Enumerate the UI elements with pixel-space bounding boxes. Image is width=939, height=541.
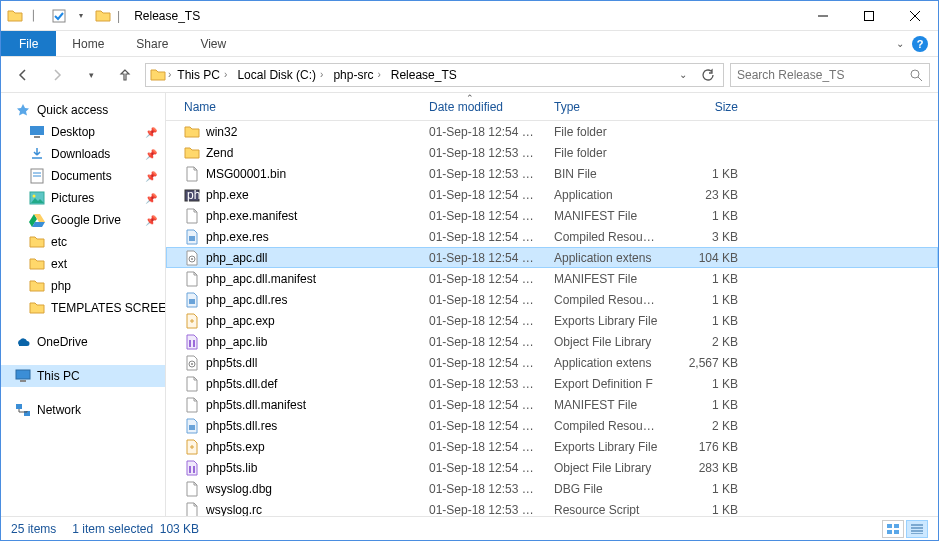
breadcrumb-item[interactable]: php-src› — [329, 64, 384, 86]
minimize-button[interactable] — [800, 1, 846, 31]
sidebar-item-label: php — [51, 279, 71, 293]
file-row[interactable]: php_apc.dll01-Sep-18 12:54 PMApplication… — [166, 247, 938, 268]
column-size[interactable]: Size — [666, 100, 746, 114]
column-type[interactable]: Type — [546, 100, 666, 114]
svg-point-5 — [911, 70, 919, 78]
sidebar-item-etc[interactable]: etc — [1, 231, 165, 253]
ribbon-expand-icon[interactable]: ⌄ — [896, 38, 904, 49]
file-row[interactable]: php5ts.dll.manifest01-Sep-18 12:54 PMMAN… — [166, 394, 938, 415]
tab-view[interactable]: View — [184, 31, 242, 56]
svg-rect-8 — [34, 136, 40, 138]
sidebar-item-templates-screen[interactable]: TEMPLATES SCREEN — [1, 297, 165, 319]
sidebar-item-label: TEMPLATES SCREEN — [51, 301, 165, 315]
file-row[interactable]: Zend01-Sep-18 12:53 PMFile folder — [166, 142, 938, 163]
network-icon — [15, 402, 31, 418]
svg-rect-0 — [53, 10, 65, 22]
file-size: 1 KB — [666, 209, 746, 223]
search-box[interactable] — [730, 63, 930, 87]
sidebar-item-pictures[interactable]: Pictures📌 — [1, 187, 165, 209]
sidebar-onedrive[interactable]: OneDrive — [1, 331, 165, 353]
help-icon[interactable]: ? — [912, 36, 928, 52]
sidebar-item-label: ext — [51, 257, 67, 271]
file-row[interactable]: php_apc.exp01-Sep-18 12:54 PMExports Lib… — [166, 310, 938, 331]
refresh-icon[interactable] — [697, 68, 719, 82]
sidebar-item-documents[interactable]: Documents📌 — [1, 165, 165, 187]
file-row[interactable]: php_apc.dll.res01-Sep-18 12:54 PMCompile… — [166, 289, 938, 310]
file-list[interactable]: ⌃ Name Date modified Type Size win3201-S… — [166, 93, 938, 516]
sidebar-item-label: Pictures — [51, 191, 94, 205]
tab-file[interactable]: File — [1, 31, 56, 56]
exe-icon: php — [184, 187, 200, 203]
file-row[interactable]: wsyslog.dbg01-Sep-18 12:53 PMDBG File1 K… — [166, 478, 938, 499]
search-icon[interactable] — [909, 68, 923, 82]
status-bar: 25 items 1 item selected 103 KB — [1, 516, 938, 540]
sidebar-item-label: Documents — [51, 169, 112, 183]
file-date: 01-Sep-18 12:54 PM — [421, 314, 546, 328]
file-icon — [184, 481, 200, 497]
forward-button[interactable] — [43, 61, 71, 89]
file-row[interactable]: php5ts.dll.res01-Sep-18 12:54 PMCompiled… — [166, 415, 938, 436]
sidebar-item-ext[interactable]: ext — [1, 253, 165, 275]
file-date: 01-Sep-18 12:54 PM — [421, 440, 546, 454]
address-bar[interactable]: › This PC› Local Disk (C:)› php-src› Rel… — [145, 63, 724, 87]
file-type: Compiled Resourc... — [546, 419, 666, 433]
sidebar-item-downloads[interactable]: Downloads📌 — [1, 143, 165, 165]
monitor-icon — [15, 368, 31, 384]
file-row[interactable]: php.exe.manifest01-Sep-18 12:54 PMMANIFE… — [166, 205, 938, 226]
file-date: 01-Sep-18 12:54 PM — [421, 125, 546, 139]
file-row[interactable]: php5ts.exp01-Sep-18 12:54 PMExports Libr… — [166, 436, 938, 457]
sidebar-this-pc[interactable]: This PC — [1, 365, 165, 387]
file-row[interactable]: php5ts.lib01-Sep-18 12:54 PMObject File … — [166, 457, 938, 478]
file-size: 1 KB — [666, 293, 746, 307]
file-row[interactable]: win3201-Sep-18 12:54 PMFile folder — [166, 121, 938, 142]
view-details-button[interactable] — [906, 520, 928, 538]
svg-rect-2 — [865, 11, 874, 20]
breadcrumb-item[interactable]: Local Disk (C:)› — [233, 64, 327, 86]
maximize-button[interactable] — [846, 1, 892, 31]
file-size: 1 KB — [666, 377, 746, 391]
folder-icon — [184, 124, 200, 140]
sidebar-item-php[interactable]: php — [1, 275, 165, 297]
file-date: 01-Sep-18 12:54 PM — [421, 293, 546, 307]
file-row[interactable]: php_apc.dll.manifest01-Sep-18 12:54 PMMA… — [166, 268, 938, 289]
up-button[interactable] — [111, 61, 139, 89]
chevron-right-icon[interactable]: › — [168, 69, 171, 80]
svg-rect-28 — [189, 425, 195, 430]
res-icon — [184, 229, 200, 245]
column-date[interactable]: Date modified — [421, 100, 546, 114]
file-row[interactable]: php5ts.dll.def01-Sep-18 12:53 PMExport D… — [166, 373, 938, 394]
svg-text:php: php — [187, 188, 200, 202]
ribbon: File Home Share View ⌄ ? — [1, 31, 938, 57]
recent-dropdown-icon[interactable]: ▾ — [77, 61, 105, 89]
file-row[interactable]: MSG00001.bin01-Sep-18 12:53 PMBIN File1 … — [166, 163, 938, 184]
back-button[interactable] — [9, 61, 37, 89]
column-name[interactable]: Name — [176, 100, 421, 114]
sidebar-network[interactable]: Network — [1, 399, 165, 421]
file-type: Exports Library File — [546, 314, 666, 328]
file-row[interactable]: phpphp.exe01-Sep-18 12:54 PMApplication2… — [166, 184, 938, 205]
file-row[interactable]: php_apc.lib01-Sep-18 12:54 PMObject File… — [166, 331, 938, 352]
view-thumbnails-button[interactable] — [882, 520, 904, 538]
sidebar-quick-access[interactable]: Quick access — [1, 99, 165, 121]
file-icon — [184, 271, 200, 287]
lib-icon — [184, 460, 200, 476]
tab-share[interactable]: Share — [120, 31, 184, 56]
search-input[interactable] — [737, 68, 903, 82]
address-dropdown-icon[interactable]: ⌄ — [673, 69, 693, 80]
file-type: Export Definition F — [546, 377, 666, 391]
qat-dropdown-icon[interactable]: ▾ — [73, 8, 89, 24]
file-row[interactable]: php5ts.dll01-Sep-18 12:54 PMApplication … — [166, 352, 938, 373]
properties-check-icon[interactable] — [51, 8, 67, 24]
file-icon — [184, 376, 200, 392]
close-button[interactable] — [892, 1, 938, 31]
folder-icon — [184, 145, 200, 161]
breadcrumb-item[interactable]: Release_TS — [387, 64, 461, 86]
breadcrumb-item[interactable]: This PC› — [173, 64, 231, 86]
folder-icon — [29, 300, 45, 316]
file-row[interactable]: php.exe.res01-Sep-18 12:54 PMCompiled Re… — [166, 226, 938, 247]
sidebar-item-google-drive[interactable]: Google Drive📌 — [1, 209, 165, 231]
sidebar-item-desktop[interactable]: Desktop📌 — [1, 121, 165, 143]
svg-point-22 — [191, 258, 193, 260]
tab-home[interactable]: Home — [56, 31, 120, 56]
file-row[interactable]: wsyslog.rc01-Sep-18 12:53 PMResource Scr… — [166, 499, 938, 516]
